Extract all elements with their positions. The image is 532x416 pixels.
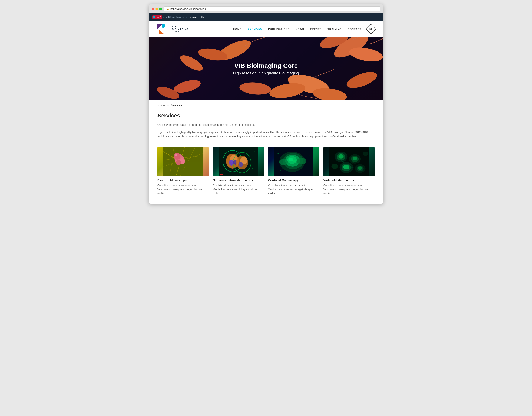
svg-point-59 (339, 154, 344, 159)
service-title-widefield: Widefield Microscopy (323, 179, 375, 182)
nav-contact[interactable]: CONTACT (348, 28, 361, 31)
top-nav-separator1: › (163, 16, 164, 19)
logo-text: VIB BIOIMAGING CORE (172, 25, 189, 33)
browser-dots (152, 8, 162, 10)
services-grid: Electron Microscopy Curabitur sit amet a… (157, 147, 375, 195)
url-text: https://cbd.vib.be/labs/aerts-lab (171, 8, 206, 10)
nav-training[interactable]: TRAINING (327, 28, 342, 31)
service-card-electron[interactable]: Electron Microscopy Curabitur sit amet a… (157, 147, 209, 195)
svg-marker-2 (159, 29, 164, 34)
hero-section: VIB Bioimaging Core High resoltion, high… (149, 38, 383, 100)
minimize-dot[interactable] (155, 8, 158, 10)
page-description-2: High resolution, high quality bioimaging… (157, 130, 375, 139)
svg-point-65 (343, 165, 349, 169)
lang-button[interactable]: NL (366, 24, 376, 34)
nav-home[interactable]: HOME (233, 28, 242, 31)
svg-point-26 (174, 153, 181, 160)
browser-window: 🔒 https://cbd.vib.be/labs/aerts-lab VIB … (149, 4, 383, 204)
svg-point-29 (175, 154, 177, 156)
svg-point-73 (332, 164, 338, 169)
svg-point-53 (278, 153, 279, 154)
service-desc-confocal: Curabitur sit amet accumsan ante. Vestib… (268, 184, 319, 195)
address-bar[interactable]: 🔒 https://cbd.vib.be/labs/aerts-lab (164, 6, 380, 11)
vib-logo-text: VIB be (155, 16, 161, 18)
service-desc-widefield: Curabitur sit amet accumsan ante. Vestib… (323, 184, 375, 195)
page-title: Services (157, 112, 375, 119)
service-desc-electron: Curabitur sit amet accumsan ante. Vestib… (157, 184, 209, 195)
logo-bioimaging-text: BIOIMAGING (172, 28, 189, 30)
service-card-confocal[interactable]: Confocal Microscopy Curabitur sit amet a… (268, 147, 319, 195)
lang-button-label: NL (370, 28, 373, 30)
vib-circle-icon (153, 16, 155, 18)
top-nav-bar: VIB be › VIB Core facilities › Bioimagin… (149, 13, 383, 21)
service-title-electron: Electron Microscopy (157, 179, 209, 182)
vib-logo-small[interactable]: VIB be (152, 15, 162, 19)
service-image-electron (157, 147, 209, 176)
logo-core-text: CORE (172, 30, 189, 33)
service-desc-super: Curabitur sit amet accumsan ante. Vestib… (213, 184, 264, 195)
nav-events[interactable]: EVENTS (310, 28, 322, 31)
hero-subtitle: High resoltion, high quality Bio imaging (233, 71, 299, 76)
service-image-confocal (268, 147, 319, 176)
logo-area[interactable]: VIB BIOIMAGING CORE (157, 24, 189, 34)
svg-point-1 (162, 24, 165, 28)
service-card-super[interactable]: Superresolution Microscopy Curabitur sit… (213, 147, 264, 195)
hero-title: VIB Bioimaging Core (233, 62, 299, 69)
top-nav-bioimaging[interactable]: Bioimaging Core (189, 16, 206, 18)
svg-rect-43 (220, 174, 223, 175)
nav-news[interactable]: NEWS (295, 28, 304, 31)
service-title-confocal: Confocal Microscopy (268, 179, 319, 182)
svg-point-42 (255, 151, 255, 152)
main-content: Services Op de wireframes staat hier nog… (149, 110, 383, 204)
logo-shapes (157, 24, 170, 34)
maximize-dot[interactable] (159, 8, 162, 10)
breadcrumb-current: Services (171, 104, 182, 107)
svg-point-51 (279, 159, 288, 165)
breadcrumb: Home > Services (149, 100, 383, 110)
top-nav-separator2: › (186, 16, 187, 19)
svg-point-52 (297, 158, 306, 164)
service-title-super: Superresolution Microscopy (213, 179, 264, 182)
nav-services[interactable]: SERVICES (248, 27, 262, 31)
svg-point-28 (176, 160, 181, 165)
svg-point-39 (239, 162, 243, 167)
svg-point-50 (293, 160, 296, 162)
top-nav-core-facilities[interactable]: VIB Core facilities (166, 16, 184, 18)
close-dot[interactable] (152, 8, 154, 10)
svg-point-49 (289, 158, 293, 161)
service-image-super (213, 147, 264, 176)
service-image-widefield (323, 147, 375, 176)
hero-text: VIB Bioimaging Core High resoltion, high… (233, 62, 299, 76)
breadcrumb-home[interactable]: Home (157, 104, 165, 107)
page-description-1: Op de wireframes staat hier nog een teks… (157, 123, 375, 127)
nav-publications[interactable]: PUBLICATIONS (268, 28, 290, 31)
svg-marker-0 (157, 24, 162, 29)
main-header: VIB BIOIMAGING CORE HOME SERVICES PUBLIC… (149, 21, 383, 38)
svg-point-55 (280, 170, 281, 171)
svg-point-62 (353, 157, 357, 161)
lock-icon: 🔒 (166, 8, 169, 10)
svg-point-54 (309, 155, 310, 156)
main-nav: HOME SERVICES PUBLICATIONS NEWS EVENTS T… (233, 26, 375, 33)
svg-point-41 (252, 168, 253, 169)
svg-point-40 (225, 153, 226, 154)
logo-vib-text: VIB (172, 25, 189, 28)
svg-point-68 (358, 166, 362, 170)
service-card-widefield[interactable]: Widefield Microscopy Curabitur sit amet … (323, 147, 375, 195)
svg-point-74 (363, 151, 368, 156)
breadcrumb-separator: > (167, 104, 169, 107)
browser-chrome: 🔒 https://cbd.vib.be/labs/aerts-lab (149, 4, 383, 13)
